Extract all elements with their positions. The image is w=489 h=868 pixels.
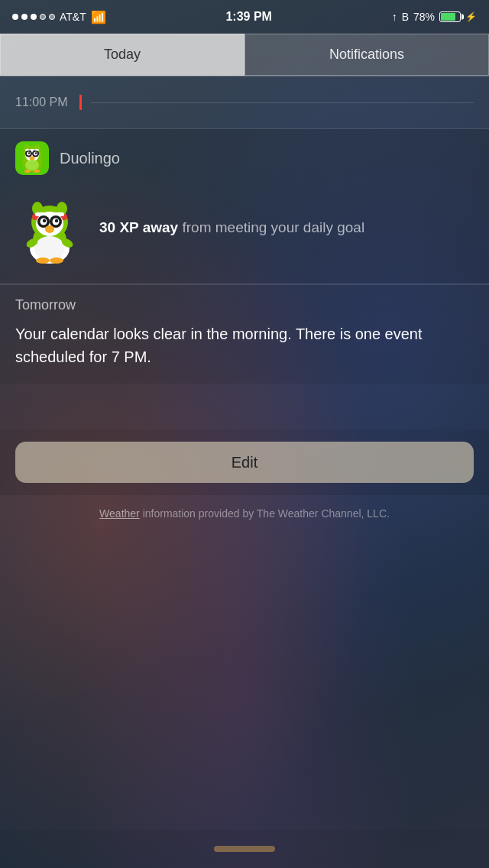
clock: 1:39 PM <box>225 10 271 24</box>
notification-sub-text: from meeting your daily goal <box>178 219 364 235</box>
dot-4 <box>40 14 46 20</box>
footer: Weather information provided by The Weat… <box>0 495 489 533</box>
time-marker <box>79 95 82 110</box>
notification-bold-text: 30 XP away <box>99 219 178 235</box>
duolingo-notification: 30 XP away from meeting your daily goal <box>15 187 474 268</box>
carrier-label: AT&T <box>60 11 86 23</box>
dot-2 <box>21 14 28 20</box>
battery-percent: 78% <box>413 11 435 23</box>
status-right: ↑ B 78% ⚡ <box>392 11 477 23</box>
charging-icon: ⚡ <box>465 11 477 22</box>
tab-today[interactable]: Today <box>0 34 244 76</box>
footer-body-text: information provided by The Weather Chan… <box>140 507 390 520</box>
tab-today-label: Today <box>104 47 141 63</box>
time-text: 11:00 PM <box>15 96 67 109</box>
tab-bar: Today Notifications <box>0 34 489 76</box>
wifi-icon: 📶 <box>91 10 106 24</box>
calendar-text: Your calendar looks clear in the morning… <box>15 322 474 368</box>
signal-dots <box>12 14 55 20</box>
duolingo-app-name: Duolingo <box>60 150 120 167</box>
dot-1 <box>12 14 18 20</box>
bluetooth-icon: B <box>402 11 409 23</box>
svg-point-12 <box>25 160 39 170</box>
duolingo-owl-icon <box>17 143 47 173</box>
weather-link[interactable]: Weather <box>99 507 140 520</box>
svg-point-29 <box>43 219 46 222</box>
battery-indicator <box>439 11 461 22</box>
time-label: 11:00 PM <box>0 89 489 116</box>
dot-3 <box>31 14 37 20</box>
home-bar-area <box>0 830 489 868</box>
svg-point-9 <box>28 152 30 154</box>
edit-button[interactable]: Edit <box>15 442 474 483</box>
timeline-section: 11:00 PM <box>0 76 489 128</box>
duolingo-notification-text: 30 XP away from meeting your daily goal <box>99 217 364 238</box>
footer-text: Weather information provided by The Weat… <box>15 506 474 522</box>
home-bar <box>214 846 275 852</box>
tomorrow-header: Tomorrow <box>15 297 474 313</box>
status-bar: AT&T 📶 1:39 PM ↑ B 78% ⚡ <box>0 0 489 34</box>
dot-5 <box>49 14 55 20</box>
duolingo-mascot-svg <box>15 193 84 266</box>
edit-section: Edit <box>0 429 489 495</box>
svg-point-13 <box>24 170 31 173</box>
svg-point-36 <box>50 257 63 264</box>
status-left: AT&T 📶 <box>12 10 106 24</box>
svg-point-14 <box>34 170 40 173</box>
svg-point-31 <box>45 225 54 233</box>
svg-point-30 <box>55 219 58 222</box>
svg-point-35 <box>36 257 50 264</box>
svg-point-10 <box>35 152 37 154</box>
duolingo-app-icon <box>15 141 49 175</box>
battery-shell <box>439 11 461 22</box>
duolingo-section: Duolingo <box>0 129 489 283</box>
duolingo-mascot <box>15 193 84 262</box>
duolingo-app-header: Duolingo <box>15 141 474 175</box>
svg-point-32 <box>34 236 65 261</box>
location-icon: ↑ <box>392 11 397 23</box>
svg-point-11 <box>30 157 35 160</box>
tomorrow-section: Tomorrow Your calendar looks clear in th… <box>0 284 489 384</box>
empty-space <box>0 384 489 429</box>
tab-notifications[interactable]: Notifications <box>244 34 489 76</box>
time-line <box>91 102 474 103</box>
battery-fill <box>441 13 455 21</box>
tab-notifications-label: Notifications <box>329 47 404 63</box>
